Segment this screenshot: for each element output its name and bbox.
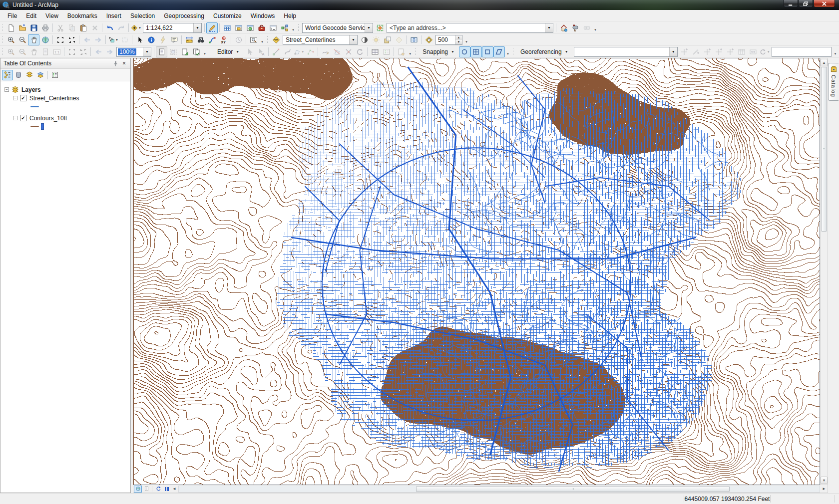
toolbar-overflow-button[interactable]: ▾ [505, 46, 511, 57]
menu-geoprocessing[interactable]: Geoprocessing [159, 11, 209, 21]
reshape-feature-tool[interactable] [320, 46, 331, 57]
collapse-expander-icon[interactable]: − [13, 96, 17, 100]
address-input-combo[interactable]: <Type an address...> ▼ [387, 23, 553, 33]
layout-back-extent-button[interactable] [92, 46, 104, 57]
time-slider-button[interactable] [233, 34, 244, 45]
layout-fixed-zoom-in-button[interactable] [66, 46, 77, 57]
clear-selection-button[interactable] [119, 34, 130, 45]
new-map-button[interactable] [5, 22, 16, 33]
delete-link-tool[interactable] [725, 46, 736, 57]
layer-symbol-contours-10ft[interactable] [0, 122, 130, 131]
locator-combo[interactable]: World Geocode Service (/ ▼ [302, 23, 373, 33]
spinner-up-icon[interactable]: ▲ [455, 35, 462, 40]
transparency-button[interactable] [382, 34, 393, 45]
layout-fixed-zoom-out-button[interactable] [77, 46, 89, 57]
menu-selection[interactable]: Selection [126, 11, 159, 21]
list-by-selection-button[interactable] [35, 70, 46, 80]
copy-button[interactable] [66, 22, 77, 33]
toc-header[interactable]: Table Of Contents × [0, 58, 130, 69]
measure-tool[interactable] [183, 34, 195, 45]
go-to-xy-button[interactable] [218, 34, 229, 45]
print-button[interactable] [39, 22, 51, 33]
find-button[interactable] [195, 34, 206, 45]
georeferencing-layer-combo[interactable]: ▼ [574, 47, 678, 57]
map-horizontal-scrollbar[interactable] [178, 486, 820, 493]
dropdown-arrow-icon[interactable]: ▼ [545, 23, 553, 32]
catalog-window-button[interactable] [233, 22, 244, 33]
menu-customize[interactable]: Customize [209, 11, 246, 21]
toolbar-grip[interactable] [1, 24, 3, 31]
dropdown-arrow-icon[interactable]: ▼ [143, 47, 151, 56]
find-route-button[interactable] [206, 34, 218, 45]
add-control-points-tool[interactable] [679, 46, 690, 57]
effects-layer-combo[interactable]: Street_Centerlines ▼ [283, 35, 358, 45]
split-tool[interactable] [343, 46, 354, 57]
modelbuilder-button[interactable] [279, 22, 290, 33]
spinner-down-icon[interactable]: ▼ [455, 40, 462, 44]
paste-button[interactable] [77, 22, 89, 33]
back-extent-button[interactable] [81, 34, 92, 45]
contrast-button[interactable] [359, 34, 370, 45]
zoom-out-tool[interactable] [16, 34, 28, 45]
layer-item-street-centerlines[interactable]: − ✓ Street_Centerlines [0, 94, 130, 102]
toolbar-grip[interactable] [415, 48, 416, 55]
layout-zoom-combo[interactable]: 100% ▼ [116, 47, 151, 57]
layer-checkbox[interactable]: ✓ [20, 95, 26, 101]
straight-segment-tool[interactable] [270, 46, 282, 57]
scroll-left-icon[interactable]: ◄ [171, 487, 178, 491]
dim-button[interactable] [393, 34, 405, 45]
zoom-in-tool[interactable] [5, 34, 16, 45]
close-button[interactable] [814, 0, 835, 7]
edit-annotation-tool[interactable] [255, 46, 267, 57]
rotate-tool[interactable] [354, 46, 366, 57]
horizontal-scroll-thumb[interactable] [416, 486, 730, 492]
line-symbol-swatch[interactable] [30, 126, 39, 127]
select-link-tool[interactable] [702, 46, 713, 57]
zoom-to-link-tool[interactable] [713, 46, 725, 57]
edge-snapping-toggle[interactable] [493, 46, 505, 57]
layout-zoom-in-tool[interactable] [5, 46, 16, 57]
point-snapping-toggle[interactable] [459, 46, 470, 57]
redo-button[interactable] [115, 22, 127, 33]
layout-view-button[interactable] [142, 486, 150, 493]
toolbar-overflow-button[interactable]: ▾ [202, 46, 208, 57]
layout-zoom-out-tool[interactable] [16, 46, 28, 57]
menu-windows[interactable]: Windows [246, 11, 280, 21]
change-layout-button[interactable] [179, 46, 190, 57]
dropdown-arrow-icon[interactable]: ▼ [365, 23, 373, 32]
toolbar-grip[interactable] [512, 48, 514, 55]
python-window-button[interactable] [267, 22, 279, 33]
menu-view[interactable]: View [41, 11, 63, 21]
snapping-menu-button[interactable]: Snapping▼ [418, 46, 459, 57]
cut-button[interactable] [54, 22, 66, 33]
toc-close-button[interactable]: × [120, 59, 128, 67]
sketch-properties-button[interactable] [381, 46, 392, 57]
edit-tool[interactable] [244, 46, 255, 57]
collapse-expander-icon[interactable]: − [4, 87, 9, 92]
dropdown-arrow-icon[interactable]: ▼ [669, 47, 677, 56]
toolbar-grip[interactable] [298, 24, 299, 31]
scroll-up-icon[interactable]: ▲ [821, 59, 828, 66]
flicker-tool[interactable] [423, 34, 434, 45]
select-features-tool[interactable]: ▼ [107, 34, 119, 45]
layout-pan-tool[interactable] [28, 46, 39, 57]
arctoolbox-button[interactable] [256, 22, 267, 33]
html-popup-tool[interactable] [168, 34, 180, 45]
vertex-snapping-toggle[interactable] [482, 46, 493, 57]
layer-item-contours-10ft[interactable]: − ✓ Contours_10ft [0, 114, 130, 122]
toolbar-grip[interactable] [209, 48, 211, 55]
catalog-tab[interactable]: Catalog [828, 63, 839, 101]
adjust-button[interactable] [748, 46, 759, 57]
dropdown-arrow-icon[interactable]: ▼ [349, 35, 357, 44]
toolbar-overflow-button[interactable]: ▾ [463, 34, 469, 45]
layout-zoom-whole-page-button[interactable] [39, 46, 51, 57]
layer-checkbox[interactable]: ✓ [20, 115, 26, 121]
full-extent-button[interactable] [39, 34, 51, 45]
georeferencing-rotation-input[interactable] [772, 47, 832, 57]
arc-segment-tool[interactable] [282, 46, 293, 57]
viewer-window-button[interactable] [248, 34, 259, 45]
delete-button[interactable] [89, 22, 100, 33]
review-matches-button[interactable] [569, 22, 581, 33]
toolbar-overflow-button[interactable]: ▾ [290, 22, 296, 33]
georeferencing-menu-button[interactable]: Georeferencing▼ [516, 46, 573, 57]
